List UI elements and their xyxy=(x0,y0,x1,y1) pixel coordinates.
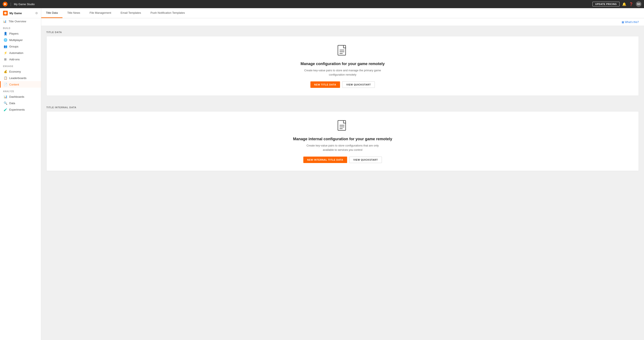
notifications-icon[interactable]: 🔔 xyxy=(622,2,626,6)
layout: My Game ⚙ 📊 Title Overview BUILD 👤 Playe… xyxy=(0,8,644,340)
whats-this-icon: ▦ xyxy=(622,21,624,24)
title-data-card-title: Manage configuration for your game remot… xyxy=(300,62,385,66)
avatar[interactable]: SH xyxy=(636,1,642,7)
sidebar-item-content[interactable]: 📄 Content xyxy=(0,81,41,88)
new-internal-title-data-button[interactable]: NEW INTERNAL TITLE DATA xyxy=(303,157,347,163)
players-label: Players xyxy=(9,32,18,35)
sidebar-item-groups[interactable]: 👥 Groups xyxy=(0,43,41,50)
help-icon[interactable]: ❓ xyxy=(629,2,633,6)
sidebar-item-economy[interactable]: 💰 Economy xyxy=(0,68,41,75)
multiplayer-icon: 🌐 xyxy=(4,38,7,42)
sidebar-game-info: My Game xyxy=(3,11,22,16)
studio-name: My Game Studio xyxy=(14,3,35,6)
data-icon: 🔍 xyxy=(4,101,7,105)
svg-point-2 xyxy=(4,12,7,15)
dashboards-icon: 📊 xyxy=(4,95,7,98)
overview-icon: 📊 xyxy=(3,20,6,23)
sidebar-section-analyze: ANALYZE xyxy=(0,88,41,93)
overview-label: Title Overview xyxy=(8,20,26,23)
title-data-doc-icon xyxy=(338,45,348,58)
multiplayer-label: Multiplayer xyxy=(9,39,23,42)
groups-icon: 👥 xyxy=(4,45,7,48)
tab-title-news-label: Title News xyxy=(67,11,80,15)
addons-icon: ⊞ xyxy=(4,58,7,61)
page-content: ▦ What's this? TITLE DATA xyxy=(41,18,644,340)
tabs-bar: Title Data Title News File Management Em… xyxy=(41,8,644,18)
economy-label: Economy xyxy=(9,70,21,73)
leaderboards-label: Leaderboards xyxy=(9,77,26,80)
title-internal-data-card-desc: Create key-value pairs to store configur… xyxy=(302,143,384,152)
players-icon: 👤 xyxy=(4,32,7,35)
sidebar-section-build: BUILD xyxy=(0,25,41,30)
tab-email-templates-label: Email Templates xyxy=(121,11,141,15)
title-data-card: Manage configuration for your game remot… xyxy=(46,36,639,96)
sidebar-item-automation[interactable]: ⚡ Automation xyxy=(0,50,41,56)
sidebar-item-experiments[interactable]: 🧪 Experiments xyxy=(0,106,41,113)
leaderboards-icon: 📋 xyxy=(4,76,7,80)
tab-title-data[interactable]: Title Data xyxy=(41,8,62,18)
sidebar-item-data[interactable]: 🔍 Data xyxy=(0,100,41,106)
topbar-divider: | xyxy=(10,2,12,7)
tab-push-notifications-label: Push Notification Templates xyxy=(150,11,185,15)
title-data-section: TITLE DATA Manage configuration for your… xyxy=(41,26,644,96)
topbar: | My Game Studio UPDATE PRICING 🔔 ❓ SH xyxy=(0,0,644,8)
title-internal-data-view-quickstart-button[interactable]: VIEW QUICKSTART xyxy=(349,157,382,163)
title-internal-data-card-actions: NEW INTERNAL TITLE DATA VIEW QUICKSTART xyxy=(303,157,382,163)
tab-title-news[interactable]: Title News xyxy=(62,8,85,18)
content-label: Content xyxy=(9,83,19,86)
sidebar-item-dashboards[interactable]: 📊 Dashboards xyxy=(0,93,41,100)
title-internal-data-card: Manage internal configuration for your g… xyxy=(46,111,639,171)
title-internal-data-section: TITLE INTERNAL DATA Manage internal conf… xyxy=(41,101,644,171)
whats-this-button[interactable]: ▦ What's this? xyxy=(622,21,639,24)
dashboards-label: Dashboards xyxy=(9,95,24,98)
title-internal-data-card-title: Manage internal configuration for your g… xyxy=(293,137,392,141)
sidebar-item-leaderboards[interactable]: 📋 Leaderboards xyxy=(0,75,41,81)
sidebar-item-title-overview[interactable]: 📊 Title Overview xyxy=(0,18,41,25)
addons-label: Add-ons xyxy=(9,58,20,61)
automation-label: Automation xyxy=(9,51,24,55)
automation-icon: ⚡ xyxy=(4,51,7,55)
experiments-icon: 🧪 xyxy=(4,108,7,111)
playfab-logo xyxy=(2,2,8,7)
title-data-card-desc: Create key-value pairs to store and mana… xyxy=(302,68,384,77)
whats-this-label: What's this? xyxy=(625,21,639,24)
content-icon: 📄 xyxy=(4,83,7,86)
sidebar-item-addons[interactable]: ⊞ Add-ons xyxy=(0,56,41,63)
game-icon xyxy=(3,11,8,16)
sidebar-header: My Game ⚙ xyxy=(0,8,41,18)
groups-label: Groups xyxy=(9,45,18,48)
tab-file-management[interactable]: File Management xyxy=(85,8,116,18)
sidebar-item-multiplayer[interactable]: 🌐 Multiplayer xyxy=(0,37,41,43)
new-title-data-button[interactable]: NEW TITLE DATA xyxy=(310,81,340,88)
topbar-left: | My Game Studio xyxy=(2,2,35,7)
economy-icon: 💰 xyxy=(4,70,7,73)
title-data-view-quickstart-button[interactable]: VIEW QUICKSTART xyxy=(342,81,375,88)
main-content: Title Data Title News File Management Em… xyxy=(41,8,644,340)
tab-file-management-label: File Management xyxy=(90,11,111,15)
tab-title-data-label: Title Data xyxy=(46,11,58,15)
data-label: Data xyxy=(9,102,15,105)
topbar-right: UPDATE PRICING 🔔 ❓ SH xyxy=(592,1,642,7)
tab-email-templates[interactable]: Email Templates xyxy=(116,8,146,18)
update-pricing-button[interactable]: UPDATE PRICING xyxy=(592,2,620,7)
settings-icon[interactable]: ⚙ xyxy=(35,12,38,15)
sidebar-section-engage: ENGAGE xyxy=(0,63,41,68)
sidebar-game-name: My Game xyxy=(10,12,22,15)
title-data-card-actions: NEW TITLE DATA VIEW QUICKSTART xyxy=(310,81,375,88)
sidebar: My Game ⚙ 📊 Title Overview BUILD 👤 Playe… xyxy=(0,8,41,340)
tab-push-notifications[interactable]: Push Notification Templates xyxy=(146,8,190,18)
title-internal-data-doc-icon xyxy=(338,120,348,133)
sidebar-item-players[interactable]: 👤 Players xyxy=(0,30,41,37)
title-internal-data-section-title: TITLE INTERNAL DATA xyxy=(46,106,639,109)
whats-this-bar: ▦ What's this? xyxy=(41,18,644,26)
title-data-section-title: TITLE DATA xyxy=(46,31,639,34)
experiments-label: Experiments xyxy=(9,108,25,111)
